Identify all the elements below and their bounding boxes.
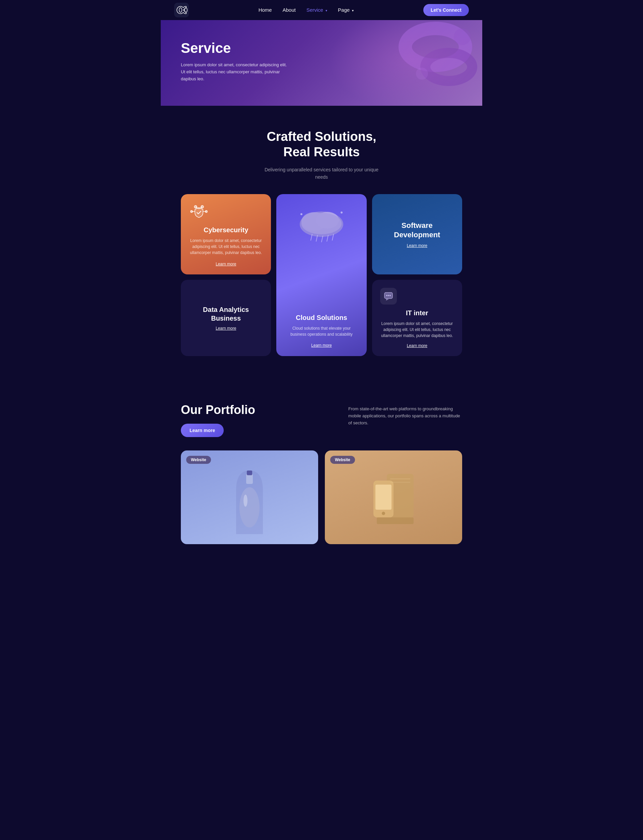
- portfolio-left: Our Portfolio Learn more: [181, 403, 255, 437]
- portfolio-section: Our Portfolio Learn more From state-of-t…: [161, 376, 482, 558]
- cloud-content: Cloud Solutions Cloud solutions that ele…: [284, 313, 358, 348]
- svg-rect-31: [246, 474, 253, 484]
- cybersecurity-title: Cybersecurity: [189, 226, 263, 234]
- portfolio-card-1: Website: [181, 451, 318, 544]
- navbar: Home About Service ▾ Page ▾ Let's Connec…: [161, 0, 482, 20]
- cloud-title: Cloud Solutions: [284, 313, 358, 322]
- portfolio-title: Our Portfolio: [181, 403, 255, 417]
- svg-rect-37: [375, 485, 392, 510]
- svg-point-28: [386, 295, 387, 296]
- cybersecurity-text: Lorem ipsum dolor sit amet, consectetur …: [189, 238, 263, 257]
- svg-rect-32: [247, 470, 252, 475]
- hero-description: Lorem ipsum dolor sit amet, consectetur …: [181, 62, 288, 82]
- nav-item-about[interactable]: About: [282, 7, 296, 13]
- data-title: Data Analytics Business: [189, 305, 263, 322]
- it-text: Lorem ipsum dolor sit amet, consectetur …: [380, 321, 454, 339]
- svg-point-15: [300, 213, 302, 215]
- it-card: IT inter Lorem ipsum dolor sit amet, con…: [372, 280, 462, 356]
- svg-point-30: [390, 295, 391, 296]
- cloud-visual: [288, 201, 355, 256]
- portfolio-header: Our Portfolio Learn more From state-of-t…: [181, 403, 462, 437]
- portfolio-cards: Website Web: [181, 451, 462, 544]
- cybersecurity-card: Cybersecurity Lorem ipsum dolor sit amet…: [181, 194, 271, 274]
- nav-links: Home About Service ▾ Page ▾: [259, 7, 354, 13]
- page-arrow-icon: ▾: [352, 9, 354, 12]
- crafted-subtitle: Delivering unparalleled services tailore…: [261, 166, 382, 181]
- svg-point-21: [302, 213, 341, 234]
- it-title: IT inter: [380, 309, 454, 317]
- software-learn-more[interactable]: Learn more: [380, 243, 454, 248]
- portfolio-card-2: Website: [325, 451, 462, 544]
- software-title: Software Development: [380, 221, 454, 240]
- logo[interactable]: [174, 3, 189, 17]
- crafted-title: Crafted Solutions, Real Results: [181, 129, 462, 160]
- chat-icon: [380, 288, 397, 304]
- cloud-card: Cloud Solutions Cloud solutions that ele…: [276, 194, 366, 356]
- svg-point-34: [243, 495, 248, 507]
- cloud-learn-more[interactable]: Learn more: [311, 343, 331, 348]
- hero-section: Service Lorem ipsum dolor sit amet, cons…: [161, 20, 482, 106]
- cybersecurity-learn-more[interactable]: Learn more: [189, 262, 263, 266]
- svg-point-6: [416, 68, 428, 80]
- hero-decoration: [322, 20, 482, 94]
- svg-point-16: [341, 212, 343, 213]
- svg-point-5: [454, 28, 470, 45]
- crafted-section: Crafted Solutions, Real Results Deliveri…: [161, 106, 482, 376]
- cloud-text: Cloud solutions that elevate your busine…: [284, 325, 358, 337]
- portfolio-description: From state-of-the-art web platforms to g…: [348, 403, 462, 427]
- lets-connect-button[interactable]: Let's Connect: [423, 4, 469, 16]
- services-grid: Cybersecurity Lorem ipsum dolor sit amet…: [181, 194, 462, 356]
- nav-item-service[interactable]: Service ▾: [307, 7, 327, 13]
- service-arrow-icon: ▾: [325, 9, 327, 12]
- portfolio-badge-2: Website: [330, 456, 355, 464]
- nav-item-page[interactable]: Page ▾: [338, 7, 354, 13]
- svg-point-29: [388, 295, 389, 296]
- data-learn-more[interactable]: Learn more: [189, 326, 263, 330]
- svg-rect-0: [174, 3, 189, 17]
- it-learn-more[interactable]: Learn more: [380, 343, 454, 348]
- portfolio-badge-1: Website: [186, 456, 211, 464]
- svg-point-33: [240, 487, 259, 527]
- svg-point-38: [382, 512, 385, 515]
- shield-icon: [189, 202, 209, 222]
- portfolio-learn-more-button[interactable]: Learn more: [181, 424, 224, 437]
- portfolio-visual-2: [325, 451, 462, 544]
- software-card: Software Development Learn more: [372, 194, 462, 274]
- portfolio-visual-1: [181, 451, 318, 544]
- data-analytics-card: Data Analytics Business Learn more: [181, 280, 271, 356]
- nav-item-home[interactable]: Home: [259, 7, 272, 13]
- svg-rect-41: [377, 518, 414, 524]
